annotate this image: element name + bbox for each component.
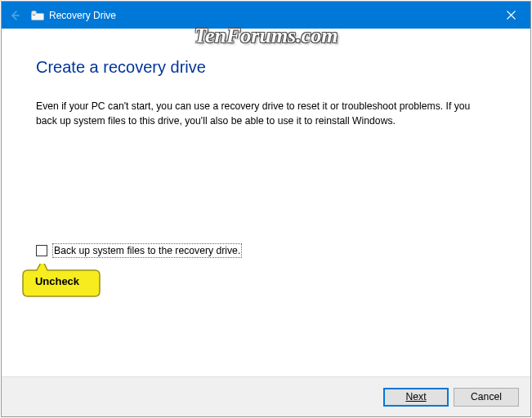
cancel-button[interactable]: Cancel — [454, 388, 519, 407]
body-text: Even if your PC can't start, you can use… — [36, 100, 494, 128]
back-button — [2, 2, 28, 29]
callout-text: Uncheck — [16, 275, 98, 287]
backup-checkbox-label[interactable]: Back up system files to the recovery dri… — [52, 243, 242, 258]
recovery-drive-icon — [31, 10, 44, 20]
next-button[interactable]: Next — [383, 388, 449, 407]
titlebar: Recovery Drive — [2, 2, 530, 29]
svg-point-3 — [32, 11, 37, 15]
close-icon — [507, 11, 516, 20]
dialog-footer: Next Cancel — [2, 376, 530, 416]
close-button[interactable] — [491, 2, 530, 29]
backup-checkbox[interactable] — [36, 245, 47, 256]
svg-rect-2 — [33, 15, 35, 16]
back-arrow-icon — [8, 9, 21, 22]
page-heading: Create a recovery drive — [36, 58, 496, 77]
content-area: Create a recovery drive Even if your PC … — [2, 29, 530, 128]
cancel-button-label: Cancel — [471, 391, 502, 402]
backup-checkbox-row: Back up system files to the recovery dri… — [36, 243, 242, 258]
uncheck-callout: Uncheck — [16, 264, 106, 303]
window-title: Recovery Drive — [49, 10, 116, 21]
next-button-label: Next — [405, 391, 426, 403]
